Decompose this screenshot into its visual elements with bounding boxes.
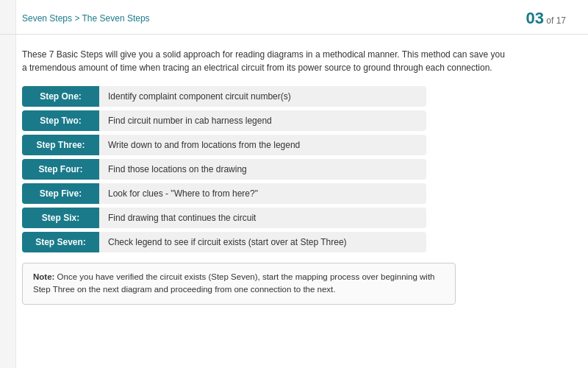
page-indicator: 03 of 17 — [526, 9, 566, 28]
step-label-6: Step Six: — [22, 208, 99, 228]
step-label-1: Step One: — [22, 86, 99, 107]
step-row: Step Seven:Check legend to see if circui… — [22, 232, 426, 252]
step-content-3: Write down to and from locations from th… — [99, 135, 426, 155]
step-content-4: Find those locations on the drawing — [99, 159, 426, 180]
step-row: Step Two:Find circuit number in cab harn… — [22, 110, 426, 131]
top-bar: Seven Steps > The Seven Steps 03 of 17 — [0, 0, 588, 35]
step-label-5: Step Five: — [22, 183, 99, 204]
intro-text: These 7 Basic Steps will give you a soli… — [22, 48, 507, 74]
breadcrumb: Seven Steps > The Seven Steps — [22, 13, 150, 24]
step-label-3: Step Three: — [22, 135, 99, 155]
note-text: Once you have verified the circuit exist… — [33, 272, 435, 294]
breadcrumb-root: Seven Steps — [22, 13, 72, 24]
note-box: Note: Once you have verified the circuit… — [22, 263, 456, 305]
page-total: 17 — [556, 15, 566, 26]
step-label-2: Step Two: — [22, 110, 99, 131]
step-row: Step Five:Look for clues - "Where to fro… — [22, 183, 426, 204]
step-content-7: Check legend to see if circuit exists (s… — [99, 232, 426, 252]
note-label: Note: — [33, 272, 54, 281]
step-content-1: Identify complaint component circuit num… — [99, 86, 426, 107]
breadcrumb-current: The Seven Steps — [82, 13, 150, 24]
main-content: These 7 Basic Steps will give you a soli… — [0, 35, 588, 318]
step-row: Step Three:Write down to and from locati… — [22, 135, 426, 155]
steps-list: Step One:Identify complaint component ci… — [22, 86, 426, 252]
step-row: Step Four:Find those locations on the dr… — [22, 159, 426, 180]
breadcrumb-separator: > — [72, 13, 82, 24]
step-content-2: Find circuit number in cab harness legen… — [99, 110, 426, 131]
step-label-4: Step Four: — [22, 159, 99, 180]
step-content-5: Look for clues - "Where to from here?" — [99, 183, 426, 204]
step-content-6: Find drawing that continues the circuit — [99, 208, 426, 228]
page-current: 03 — [526, 9, 543, 27]
step-label-7: Step Seven: — [22, 232, 99, 252]
step-row: Step One:Identify complaint component ci… — [22, 86, 426, 107]
page-of-label: of — [544, 15, 556, 26]
step-row: Step Six:Find drawing that continues the… — [22, 208, 426, 228]
